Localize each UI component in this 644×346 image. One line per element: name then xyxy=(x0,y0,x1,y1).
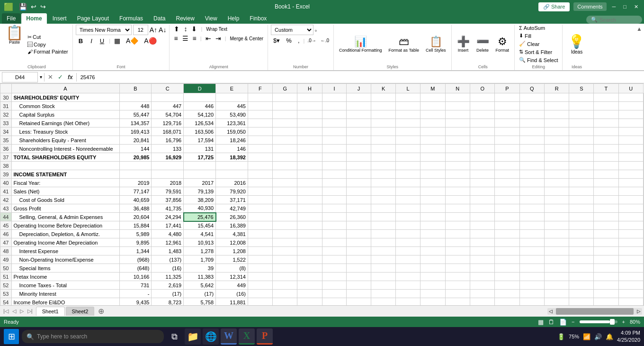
cell-empty[interactable] xyxy=(519,213,544,221)
cell-c-40[interactable]: 2018 xyxy=(152,179,184,187)
cell-b-54[interactable]: 9,435 xyxy=(119,298,152,306)
cell-empty[interactable] xyxy=(297,119,322,127)
cell-e-34[interactable]: 159,050 xyxy=(216,127,248,136)
cell-styles-button[interactable]: 📋 Cell Styles xyxy=(423,35,448,54)
cell-empty[interactable] xyxy=(594,145,618,153)
cell-ref-expand-icon[interactable]: ▾ xyxy=(40,74,42,80)
cell-empty[interactable] xyxy=(470,102,494,110)
cell-empty[interactable] xyxy=(248,102,272,110)
cell-empty[interactable] xyxy=(322,273,346,281)
cell-empty[interactable] xyxy=(495,290,519,298)
cell-empty[interactable] xyxy=(273,162,297,170)
cell-a[interactable]: Noncontrolling Interest - Nonredeemable xyxy=(11,145,119,153)
cell-empty[interactable] xyxy=(445,247,470,255)
align-middle-icon[interactable]: ↕ xyxy=(182,25,188,33)
col-header-l[interactable]: L xyxy=(396,84,420,93)
cell-empty[interactable] xyxy=(273,153,297,162)
cell-empty[interactable] xyxy=(569,255,594,264)
cell-c-42[interactable]: 37,856 xyxy=(152,196,184,204)
cell-empty[interactable] xyxy=(569,273,594,281)
cell-empty[interactable] xyxy=(495,119,519,127)
cell-empty[interactable] xyxy=(371,247,395,255)
view-pagebreak-icon[interactable]: 📄 xyxy=(559,319,567,326)
cell-empty[interactable] xyxy=(396,162,420,170)
cell-empty[interactable] xyxy=(618,290,643,298)
cell-empty[interactable] xyxy=(644,213,644,221)
decrease-font-icon[interactable]: A↓ xyxy=(159,26,166,34)
row-number[interactable]: 44 xyxy=(0,213,12,221)
number-format-selector[interactable]: Custom xyxy=(271,25,313,35)
cell-empty[interactable] xyxy=(273,102,297,110)
cell-empty[interactable] xyxy=(618,170,643,179)
cell-empty[interactable] xyxy=(594,264,618,273)
cell-empty[interactable] xyxy=(420,127,446,136)
ribbon-search[interactable]: 🔍 xyxy=(586,16,642,24)
cell-d-36[interactable]: 131 xyxy=(184,145,216,153)
sheet-nav-next-icon[interactable]: ▷ xyxy=(18,307,25,315)
cell-b-52[interactable]: 731 xyxy=(119,281,152,290)
cell-empty[interactable] xyxy=(420,187,446,196)
cell-a[interactable]: Pretax Income xyxy=(11,273,119,281)
cell-empty[interactable] xyxy=(273,230,297,238)
cell-empty[interactable] xyxy=(347,170,371,179)
cell-empty[interactable] xyxy=(544,170,569,179)
cell-empty[interactable] xyxy=(544,102,569,110)
tab-home[interactable]: Home xyxy=(21,13,46,24)
cell-empty[interactable] xyxy=(544,247,569,255)
cell-empty[interactable] xyxy=(248,187,272,196)
taskbar-word-icon[interactable]: W xyxy=(221,328,237,345)
cell-empty[interactable] xyxy=(420,110,446,119)
cell-empty[interactable] xyxy=(495,273,519,281)
cell-empty[interactable] xyxy=(396,290,420,298)
cell-empty[interactable] xyxy=(644,221,644,230)
minimize-icon[interactable]: ─ xyxy=(610,4,618,9)
cell-empty[interactable] xyxy=(396,264,420,273)
cell-empty[interactable] xyxy=(519,145,544,153)
cell-empty[interactable] xyxy=(618,179,643,187)
col-header-q[interactable]: Q xyxy=(519,84,544,93)
cell-empty[interactable] xyxy=(396,281,420,290)
cell-empty[interactable] xyxy=(470,213,494,221)
cell-d-38[interactable] xyxy=(184,162,216,170)
row-number[interactable]: 51 xyxy=(0,273,12,281)
cell-empty[interactable] xyxy=(420,281,446,290)
cancel-formula-icon[interactable]: ✕ xyxy=(46,73,54,81)
cell-empty[interactable] xyxy=(544,179,569,187)
cell-a[interactable]: Operating Income Before Depreciation xyxy=(11,221,119,230)
cell-empty[interactable] xyxy=(519,281,544,290)
cell-a[interactable]: SHAREHOLDERS' EQUITY xyxy=(11,93,119,102)
cell-empty[interactable] xyxy=(371,273,395,281)
cell-empty[interactable] xyxy=(445,281,470,290)
sort-filter-button[interactable]: ⇅Sort & Filter xyxy=(518,48,554,55)
row-number[interactable]: 41 xyxy=(0,187,12,196)
cell-e-38[interactable] xyxy=(216,162,248,170)
cell-empty[interactable] xyxy=(618,273,643,281)
cell-a[interactable]: Gross Profit xyxy=(11,204,119,213)
cell-c-36[interactable]: 133 xyxy=(152,145,184,153)
cell-empty[interactable] xyxy=(322,187,346,196)
cell-empty[interactable] xyxy=(569,110,594,119)
col-header-i[interactable]: I xyxy=(322,84,346,93)
sheet-nav-first-icon[interactable]: |◁ xyxy=(2,307,10,315)
cell-empty[interactable] xyxy=(347,153,371,162)
cell-a[interactable]: Non-Operating Income/Expense xyxy=(11,255,119,264)
cell-empty[interactable] xyxy=(396,187,420,196)
cell-d-50[interactable]: 39 xyxy=(184,264,216,273)
tab-review[interactable]: Review xyxy=(171,13,199,24)
cell-empty[interactable] xyxy=(297,179,322,187)
cell-c-54[interactable]: 8,723 xyxy=(152,298,184,306)
cell-a[interactable]: Retained Earnings (Net Other) xyxy=(11,119,119,127)
cell-empty[interactable] xyxy=(618,230,643,238)
cell-empty[interactable] xyxy=(519,196,544,204)
cell-empty[interactable] xyxy=(297,255,322,264)
cell-empty[interactable] xyxy=(322,247,346,255)
cell-empty[interactable] xyxy=(594,221,618,230)
align-top-icon[interactable]: ⬆ xyxy=(172,25,181,33)
cell-empty[interactable] xyxy=(420,162,446,170)
row-number[interactable]: 54 xyxy=(0,298,12,306)
cell-empty[interactable] xyxy=(569,230,594,238)
cell-c-30[interactable] xyxy=(152,93,184,102)
cell-empty[interactable] xyxy=(644,204,644,213)
cell-empty[interactable] xyxy=(594,162,618,170)
col-header-d[interactable]: D xyxy=(184,84,216,93)
